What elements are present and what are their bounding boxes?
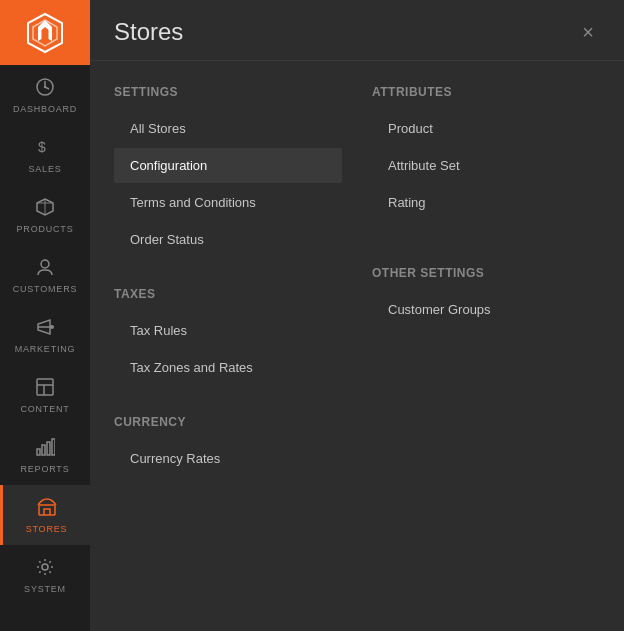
menu-item-configuration[interactable]: Configuration [114, 148, 342, 183]
sidebar: DASHBOARD $ SALES PRODUCTS [0, 0, 90, 631]
dashboard-icon [35, 77, 55, 100]
svg-text:$: $ [38, 139, 46, 155]
svg-rect-7 [42, 445, 45, 455]
sidebar-item-stores[interactable]: STORES [0, 485, 90, 545]
marketing-icon [35, 317, 55, 340]
svg-rect-5 [37, 379, 53, 395]
menu-item-terms-and-conditions[interactable]: Terms and Conditions [114, 185, 342, 220]
content-icon [35, 377, 55, 400]
system-icon [35, 557, 55, 580]
panel-header: Stores × [90, 0, 624, 61]
sidebar-item-label: MARKETING [15, 344, 76, 354]
other-settings-section-title: Other Settings [372, 266, 600, 280]
svg-rect-10 [39, 505, 55, 515]
sidebar-item-system[interactable]: SYSTEM [0, 545, 90, 605]
sidebar-item-dashboard[interactable]: DASHBOARD [0, 65, 90, 125]
sidebar-item-label: CUSTOMERS [13, 284, 78, 294]
currency-section-title: Currency [114, 415, 342, 429]
sidebar-item-reports[interactable]: REPORTS [0, 425, 90, 485]
svg-point-3 [41, 260, 49, 268]
close-button[interactable]: × [576, 20, 600, 44]
menu-item-order-status[interactable]: Order Status [114, 222, 342, 257]
sidebar-item-sales[interactable]: $ SALES [0, 125, 90, 185]
svg-rect-9 [52, 439, 55, 455]
page-title: Stores [114, 18, 183, 46]
svg-rect-6 [37, 449, 40, 455]
sales-icon: $ [35, 137, 55, 160]
menu-item-customer-groups[interactable]: Customer Groups [372, 292, 600, 327]
sidebar-item-label: PRODUCTS [17, 224, 74, 234]
sidebar-item-label: REPORTS [21, 464, 70, 474]
main-panel: Stores × Settings All Stores Configurati… [90, 0, 624, 631]
panel-content: Settings All Stores Configuration Terms … [90, 61, 624, 631]
menu-item-rating[interactable]: Rating [372, 185, 600, 220]
sidebar-item-content[interactable]: CONTENT [0, 365, 90, 425]
sidebar-item-products[interactable]: PRODUCTS [0, 185, 90, 245]
sidebar-item-marketing[interactable]: MARKETING [0, 305, 90, 365]
left-column: Settings All Stores Configuration Terms … [114, 81, 362, 611]
taxes-section-title: Taxes [114, 287, 342, 301]
sidebar-item-label: STORES [26, 524, 68, 534]
menu-item-product[interactable]: Product [372, 111, 600, 146]
menu-item-attribute-set[interactable]: Attribute Set [372, 148, 600, 183]
svg-point-1 [44, 85, 46, 87]
attributes-section-title: Attributes [372, 85, 600, 99]
logo[interactable] [0, 0, 90, 65]
menu-item-tax-zones-and-rates[interactable]: Tax Zones and Rates [114, 350, 342, 385]
right-column: Attributes Product Attribute Set Rating … [362, 81, 600, 611]
svg-rect-8 [47, 442, 50, 455]
menu-item-currency-rates[interactable]: Currency Rates [114, 441, 342, 476]
menu-item-all-stores[interactable]: All Stores [114, 111, 342, 146]
products-icon [35, 197, 55, 220]
svg-point-11 [42, 564, 48, 570]
svg-point-4 [50, 325, 54, 329]
nav-items: DASHBOARD $ SALES PRODUCTS [0, 65, 90, 631]
customers-icon [35, 257, 55, 280]
sidebar-item-label: SYSTEM [24, 584, 66, 594]
stores-icon [37, 497, 57, 520]
reports-icon [35, 437, 55, 460]
sidebar-item-customers[interactable]: CUSTOMERS [0, 245, 90, 305]
settings-section-title: Settings [114, 85, 342, 99]
sidebar-item-label: CONTENT [20, 404, 69, 414]
sidebar-item-label: SALES [28, 164, 61, 174]
menu-item-tax-rules[interactable]: Tax Rules [114, 313, 342, 348]
sidebar-item-label: DASHBOARD [13, 104, 77, 114]
